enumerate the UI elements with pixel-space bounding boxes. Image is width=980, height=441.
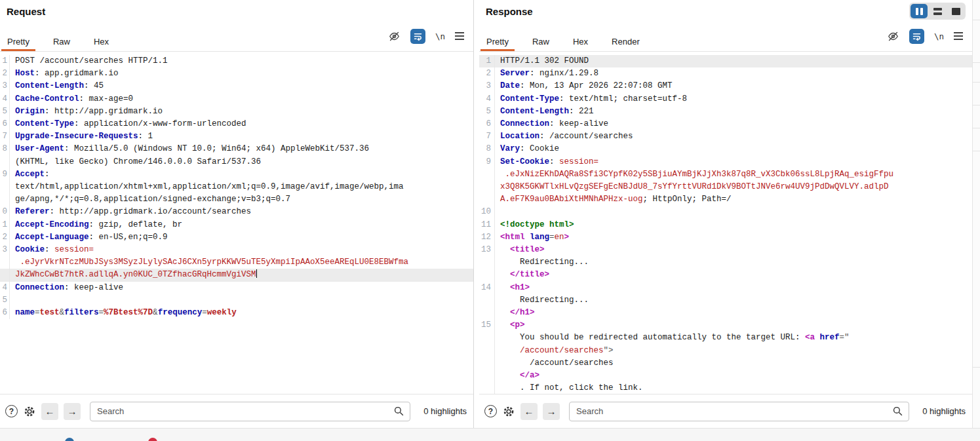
code-text: Content-Type: text/html; charset=utf-8 xyxy=(495,93,687,105)
code-text: Content-Type: application/x-www-form-url… xyxy=(10,118,246,130)
editor-menu-icon[interactable] xyxy=(455,32,464,40)
line-number: 5 xyxy=(0,105,10,118)
code-line: 4Cache-Control: max-age=0 xyxy=(0,93,473,105)
code-line: 5Origin: http://app.gridmark.io xyxy=(0,105,473,118)
line-number xyxy=(0,181,10,193)
tab-pretty[interactable]: Pretty xyxy=(480,21,515,51)
tab-hex[interactable]: Hex xyxy=(88,21,115,51)
search-input[interactable] xyxy=(90,402,410,421)
code-line: </h1> xyxy=(479,307,972,319)
tab-raw[interactable]: Raw xyxy=(526,21,555,51)
code-text: </a> xyxy=(495,370,539,382)
code-line: text/html,application/xhtml+xml,applicat… xyxy=(0,181,473,193)
code-line: 7Location: /account/searches xyxy=(479,130,972,143)
code-text: Cookie: session= xyxy=(10,244,94,256)
code-line: 1HTTP/1.1 302 FOUND xyxy=(479,55,972,67)
code-text: . If not, click the link. xyxy=(495,382,643,394)
code-text: /account/searches xyxy=(495,357,614,370)
code-text: Server: nginx/1.29.8 xyxy=(495,67,598,80)
line-number: 15 xyxy=(479,319,495,332)
tab-hex[interactable]: Hex xyxy=(567,21,594,51)
code-line: 9Set-Cookie: session= xyxy=(479,156,972,168)
columns-layout-icon[interactable] xyxy=(911,4,928,18)
code-text: POST /account/searches HTTP/1.1 xyxy=(10,55,168,67)
rows-layout-icon[interactable] xyxy=(929,4,946,18)
code-text: text/html,application/xhtml+xml,applicat… xyxy=(10,181,404,193)
code-text: Connection: keep-alive xyxy=(10,282,123,294)
code-line: Redirecting... xyxy=(479,294,972,307)
syntax-highlight-off-icon[interactable] xyxy=(388,30,401,43)
code-line: 15 <p> xyxy=(479,319,972,332)
response-editor[interactable]: 1HTTP/1.1 302 FOUND2Server: nginx/1.29.8… xyxy=(479,52,972,394)
code-line: 3Date: Mon, 13 Apr 2026 22:07:08 GMT xyxy=(479,80,972,92)
code-text: Vary: Cookie xyxy=(495,143,559,155)
tab-render[interactable]: Render xyxy=(606,21,646,51)
line-number: 1 xyxy=(0,219,10,231)
line-number: 9 xyxy=(479,156,495,168)
line-number: 7 xyxy=(0,130,10,143)
line-number: 12 xyxy=(479,231,495,244)
search-settings-gear-icon[interactable] xyxy=(502,405,515,418)
code-text: JkZWhcCwBt7htR.adllqA.yn0KUC_0TZfhacGRqH… xyxy=(10,269,257,281)
code-line: You should be redirected automatically t… xyxy=(479,332,972,344)
previous-match-button[interactable]: ← xyxy=(520,403,538,420)
code-line: /account/searches"> xyxy=(479,345,972,357)
code-line: 12<html lang=en> xyxy=(479,231,972,244)
text-caret xyxy=(256,269,258,278)
code-text: Set-Cookie: session= xyxy=(495,156,598,168)
search-input[interactable] xyxy=(569,402,909,421)
editor-menu-icon[interactable] xyxy=(954,32,963,40)
line-number: 6 xyxy=(0,307,10,319)
layout-switcher xyxy=(909,3,966,20)
word-wrap-icon[interactable] xyxy=(909,29,924,44)
code-line: JkZWhcCwBt7htR.adllqA.yn0KUC_0TZfhacGRqH… xyxy=(0,269,473,281)
code-line: 10 xyxy=(479,206,972,218)
code-text: <title> xyxy=(495,244,545,256)
request-tabs: PrettyRawHex xyxy=(1,21,127,51)
line-number: 4 xyxy=(479,93,495,105)
code-line: 4Connection: keep-alive xyxy=(0,282,473,294)
code-text: x3Q8K5GKWTlxHLvQzgSEFgEcNBJdU8_7sYfYrttV… xyxy=(495,181,889,193)
tab-pretty[interactable]: Pretty xyxy=(1,21,35,51)
code-line: 7Upgrade-Insecure-Requests: 1 xyxy=(0,130,473,143)
code-line: Redirecting... xyxy=(479,256,972,269)
line-number: 3 xyxy=(479,80,495,92)
code-text: Redirecting... xyxy=(495,256,589,269)
line-number xyxy=(0,156,10,168)
code-text: Cache-Control: max-age=0 xyxy=(10,93,133,105)
show-newlines-icon[interactable]: \n xyxy=(435,31,445,41)
line-number xyxy=(479,193,495,206)
code-line: 2Accept-Language: en-US,en;q=0.9 xyxy=(0,231,473,244)
code-line: 1POST /account/searches HTTP/1.1 xyxy=(0,55,473,67)
request-editor[interactable]: 1POST /account/searches HTTP/1.12Host: a… xyxy=(0,52,473,394)
code-text: .eJxNizEKhDAQRa8Sfi3CYpfK02y5SBjiuAYmBjK… xyxy=(495,168,893,181)
code-text: <!doctype html> xyxy=(495,219,574,231)
next-match-button[interactable]: → xyxy=(543,403,560,420)
show-newlines-icon[interactable]: \n xyxy=(934,31,944,41)
code-text: Upgrade-Insecure-Requests: 1 xyxy=(10,130,153,143)
tab-raw[interactable]: Raw xyxy=(47,21,76,51)
code-text: (KHTML, like Gecko) Chrome/146.0.0.0 Saf… xyxy=(10,156,261,168)
line-number xyxy=(0,269,10,281)
code-line: 6name=test&filters=%7Btest%7D&frequency=… xyxy=(0,307,473,319)
inspector-collapsed-strip[interactable] xyxy=(972,0,980,428)
help-icon[interactable]: ? xyxy=(5,405,18,417)
line-number xyxy=(0,193,10,206)
single-pane-layout-icon[interactable] xyxy=(947,4,964,18)
word-wrap-icon[interactable] xyxy=(410,29,425,44)
code-line: 11<!doctype html> xyxy=(479,219,972,231)
request-panel: Request PrettyRawHex xyxy=(0,0,474,428)
search-icon xyxy=(892,405,904,420)
panel-divider[interactable] xyxy=(474,0,479,428)
code-text: Location: /account/searches xyxy=(495,130,633,143)
syntax-highlight-off-icon[interactable] xyxy=(887,30,899,43)
line-number xyxy=(479,307,495,319)
search-settings-gear-icon[interactable] xyxy=(23,405,36,418)
previous-match-button[interactable]: ← xyxy=(41,403,58,420)
code-line: 1Accept-Encoding: gzip, deflate, br xyxy=(0,219,473,231)
code-line: /account/searches xyxy=(479,357,972,370)
help-icon[interactable]: ? xyxy=(484,405,497,417)
code-text: Referer: http://app.gridmark.io/account/… xyxy=(10,206,251,218)
code-text: Host: app.gridmark.io xyxy=(10,67,119,80)
next-match-button[interactable]: → xyxy=(64,403,81,420)
